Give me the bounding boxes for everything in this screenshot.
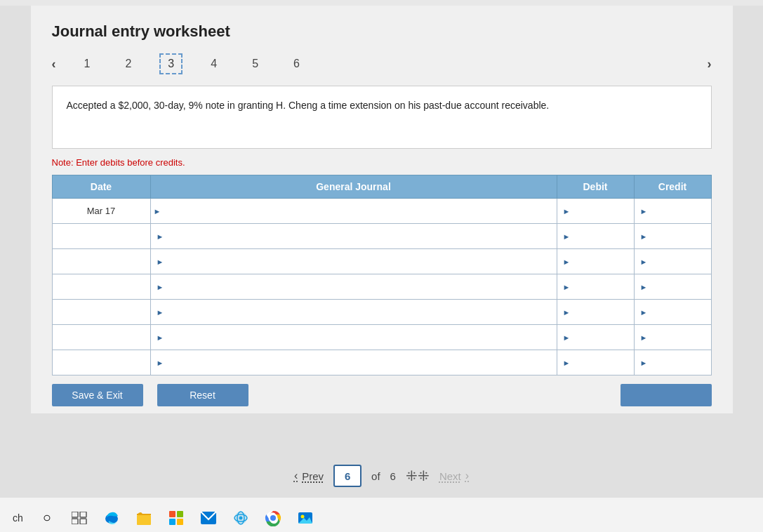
credit-arrow-1: ► <box>640 207 648 215</box>
credit-input-2[interactable] <box>650 231 705 241</box>
debit-cell-6[interactable]: ► <box>557 325 634 350</box>
general-input-6[interactable] <box>166 332 550 343</box>
general-cell-2[interactable]: ► <box>150 224 557 249</box>
credit-input-5[interactable] <box>650 307 705 317</box>
taskbar-photos-icon[interactable] <box>290 503 321 533</box>
general-input-4[interactable] <box>166 281 550 292</box>
prev-button[interactable]: ‹ Prev <box>294 470 324 482</box>
general-cell-7[interactable]: ► <box>150 350 557 375</box>
debit-input-5[interactable] <box>573 307 628 317</box>
credit-cell-5[interactable]: ► <box>634 300 711 325</box>
date-cell-4 <box>52 274 150 300</box>
general-cell-3[interactable]: ► <box>150 249 557 274</box>
date-cell-1: Mar 17 <box>52 199 150 224</box>
next-tab-arrow[interactable]: › <box>708 57 712 72</box>
svg-rect-6 <box>137 514 151 515</box>
main-container: Journal entry worksheet ‹ 1 2 3 4 5 6 › … <box>0 6 763 532</box>
arrow-icon-2: ► <box>157 232 164 241</box>
general-cell-5[interactable]: ► <box>150 300 557 325</box>
debit-cell-7[interactable]: ► <box>557 350 634 375</box>
reset-button[interactable]: Reset <box>157 384 248 406</box>
taskbar-explorer-icon[interactable] <box>128 503 159 533</box>
taskbar-taskview-icon[interactable] <box>64 503 95 533</box>
general-cell-6[interactable]: ► <box>150 325 557 350</box>
credit-input-6[interactable] <box>650 332 705 343</box>
svg-rect-0 <box>72 512 78 517</box>
date-cell-2 <box>52 224 150 249</box>
next-label: Next <box>439 470 461 482</box>
credit-cell-7[interactable]: ► <box>634 350 711 375</box>
taskbar-search-label: ch <box>6 512 30 524</box>
tab-4[interactable]: 4 <box>204 55 224 73</box>
debit-cell-2[interactable]: ► <box>557 224 634 249</box>
debit-input-1[interactable] <box>573 206 628 216</box>
submit-button[interactable] <box>621 384 712 406</box>
general-input-5[interactable] <box>166 307 550 317</box>
date-cell-3 <box>52 249 150 274</box>
credit-input-1[interactable] <box>650 206 705 216</box>
credit-input-7[interactable] <box>650 357 705 368</box>
general-input-7[interactable] <box>166 357 550 368</box>
taskbar-edge-icon[interactable] <box>96 503 127 533</box>
svg-rect-5 <box>137 515 151 525</box>
general-input-2[interactable] <box>166 231 550 241</box>
debit-arrow-6: ► <box>563 333 571 342</box>
debit-arrow-7: ► <box>563 359 571 367</box>
taskbar-chrome-icon[interactable] <box>258 503 288 533</box>
taskbar-ie-icon[interactable] <box>225 503 256 533</box>
svg-rect-2 <box>72 519 78 524</box>
svg-rect-3 <box>80 519 86 524</box>
taskbar-search-icon[interactable]: ○ <box>32 503 62 533</box>
page-number-input[interactable] <box>333 465 361 487</box>
arrow-icon-6: ► <box>157 333 164 342</box>
svg-rect-1 <box>80 512 86 517</box>
prev-label: Prev <box>302 470 324 482</box>
credit-cell-4[interactable]: ► <box>634 274 711 300</box>
tab-6[interactable]: 6 <box>286 55 307 73</box>
svg-rect-10 <box>177 519 183 525</box>
tab-5[interactable]: 5 <box>245 55 265 73</box>
taskbar-mail-icon[interactable] <box>193 503 224 533</box>
credit-input-3[interactable] <box>650 256 705 267</box>
debit-input-2[interactable] <box>573 231 628 241</box>
taskbar-store-icon[interactable] <box>161 503 192 533</box>
svg-rect-9 <box>169 519 175 525</box>
debit-cell-5[interactable]: ► <box>557 300 634 325</box>
svg-point-18 <box>271 516 275 520</box>
credit-cell-6[interactable]: ► <box>634 325 711 350</box>
date-cell-5 <box>52 300 150 325</box>
debit-input-6[interactable] <box>573 332 628 343</box>
svg-rect-7 <box>169 511 175 517</box>
debit-input-7[interactable] <box>573 357 628 368</box>
general-cell-4[interactable]: ► <box>150 274 557 300</box>
debit-cell-3[interactable]: ► <box>557 249 634 274</box>
prev-tab-arrow[interactable]: ‹ <box>52 57 56 72</box>
svg-point-15 <box>239 516 242 519</box>
credit-arrow-4: ► <box>640 283 648 291</box>
arrow-icon-7: ► <box>157 359 164 367</box>
general-cell-1[interactable]: ► <box>150 199 557 224</box>
debit-cell-1[interactable]: ► <box>557 199 634 224</box>
save-exit-button[interactable]: Save & Exit <box>52 384 143 406</box>
general-input-1[interactable] <box>164 206 550 216</box>
debit-input-4[interactable] <box>573 281 628 292</box>
date-value-1: Mar 17 <box>87 206 115 216</box>
worksheet-panel: Journal entry worksheet ‹ 1 2 3 4 5 6 › … <box>31 6 733 413</box>
credit-cell-2[interactable]: ► <box>634 224 711 249</box>
table-row: ► ► ► <box>52 249 711 274</box>
credit-cell-1[interactable]: ► <box>634 199 711 224</box>
tab-1[interactable]: 1 <box>77 55 98 73</box>
grid-view-icon[interactable]: ⁜⁜ <box>406 467 430 484</box>
credit-arrow-5: ► <box>640 308 648 317</box>
journal-table: Date General Journal Debit Credit Mar 17… <box>52 175 712 375</box>
tab-2[interactable]: 2 <box>118 55 138 73</box>
arrow-icon-1: ► <box>154 207 161 215</box>
next-button[interactable]: Next › <box>439 470 469 482</box>
general-input-3[interactable] <box>166 256 550 267</box>
debit-input-3[interactable] <box>573 256 628 267</box>
credit-input-4[interactable] <box>650 281 705 292</box>
tab-3[interactable]: 3 <box>159 53 183 74</box>
credit-cell-3[interactable]: ► <box>634 249 711 274</box>
table-row: ► ► ► <box>52 300 711 325</box>
debit-cell-4[interactable]: ► <box>557 274 634 300</box>
